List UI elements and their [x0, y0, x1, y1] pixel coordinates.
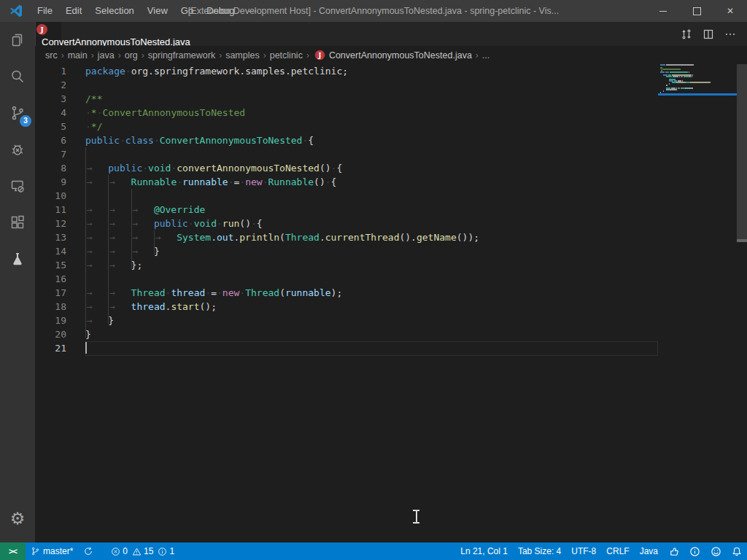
line-number: 4: [35, 106, 82, 120]
activity-source-control[interactable]: 3: [0, 95, 35, 131]
activity-debug[interactable]: [0, 131, 35, 168]
code-token: *: [91, 107, 97, 118]
menu-go[interactable]: Go: [174, 0, 200, 22]
git-branch-status[interactable]: master*: [26, 542, 78, 560]
sync-status[interactable]: [78, 542, 101, 560]
encoding-status[interactable]: UTF-8: [566, 542, 601, 560]
space-whitespace: ·: [205, 287, 211, 298]
breadcrumb-item[interactable]: main: [68, 50, 88, 61]
menu-debug[interactable]: Debug: [200, 0, 241, 22]
breadcrumb-item[interactable]: org: [125, 50, 138, 61]
problems-status[interactable]: 0 15 1: [101, 542, 179, 560]
code-token: =: [211, 287, 217, 298]
breadcrumb-overflow[interactable]: ...: [482, 50, 489, 61]
code-line[interactable]: }: [85, 327, 659, 341]
sync-icon: [83, 546, 93, 556]
eol-status[interactable]: CRLF: [601, 542, 634, 560]
minimize-button[interactable]: [646, 0, 680, 22]
code-line[interactable]: [85, 147, 659, 161]
code-line[interactable]: [85, 341, 659, 355]
maximize-button[interactable]: [680, 0, 713, 22]
code-token: thread: [131, 301, 166, 312]
open-changes-button[interactable]: [676, 25, 697, 44]
code-line[interactable]: →→→public·void·run()·{: [85, 217, 659, 230]
activity-remote-explorer[interactable]: [0, 168, 35, 204]
cursor-position-status[interactable]: Ln 21, Col 1: [455, 542, 513, 560]
info-icon: [158, 547, 167, 556]
code-token: Thread: [285, 232, 320, 243]
code-editor[interactable]: 123456789101112131415161718192021 packag…: [35, 64, 747, 542]
activity-extensions[interactable]: [0, 204, 35, 241]
line-number-gutter: 123456789101112131415161718192021: [35, 64, 82, 355]
java-status-info[interactable]: [684, 542, 705, 560]
more-actions-button[interactable]: [719, 25, 741, 44]
remote-indicator[interactable]: ><: [0, 542, 26, 560]
vertical-scrollbar[interactable]: [737, 64, 747, 542]
line-number: 21: [35, 341, 82, 355]
breadcrumb-file[interactable]: ConvertAnnonymousToNested.java: [329, 50, 472, 61]
breadcrumb-item[interactable]: springframework: [148, 50, 215, 61]
split-editor-button[interactable]: [697, 25, 719, 44]
scrollbar-slider[interactable]: [737, 64, 747, 239]
menu-file[interactable]: File: [31, 0, 59, 22]
code-line[interactable]: ·*·ConvertAnnonymousToNested: [85, 106, 659, 120]
code-line[interactable]: package·org.springframework.samples.petc…: [85, 64, 659, 78]
code-line[interactable]: [85, 272, 659, 286]
code-line[interactable]: →→};: [85, 258, 659, 272]
chevron-right-icon: ›: [476, 50, 479, 61]
code-token: start: [171, 301, 199, 312]
menu-edit[interactable]: Edit: [59, 0, 88, 22]
code-line[interactable]: [85, 189, 659, 203]
java-server-status[interactable]: [663, 542, 684, 560]
code-line[interactable]: →→thread.start();: [85, 300, 659, 314]
thumbsup-icon: [668, 546, 679, 557]
breadcrumb-item[interactable]: src: [45, 50, 58, 61]
indentation-status[interactable]: Tab Size: 4: [513, 542, 566, 560]
line-number: 1: [35, 64, 82, 78]
tab-active-file[interactable]: J ConvertAnnonymousToNested.java ✕: [35, 22, 61, 46]
notifications-bell-icon: [732, 546, 742, 557]
breadcrumb-item[interactable]: java: [98, 50, 115, 61]
code-line[interactable]: →→→→System.out.println(Thread.currentThr…: [85, 230, 659, 244]
space-whitespace: ·: [125, 66, 131, 77]
close-button[interactable]: ✕: [713, 0, 747, 22]
error-icon: [111, 547, 120, 556]
code-line[interactable]: public·class·ConvertAnnonymousToNested·{: [85, 133, 659, 147]
code-lines[interactable]: package·org.springframework.samples.petc…: [85, 64, 659, 355]
code-token: {: [336, 163, 342, 174]
code-token: (): [239, 218, 251, 229]
space-whitespace: ·: [251, 218, 257, 229]
java-file-icon: J: [36, 24, 47, 35]
feedback[interactable]: [705, 542, 727, 560]
breadcrumb-item[interactable]: samples: [225, 50, 260, 61]
menu-selection[interactable]: Selection: [88, 0, 140, 22]
window-controls: ✕: [646, 0, 747, 22]
code-line[interactable]: →public·void·convertAnnonymousToNested()…: [85, 161, 659, 175]
activity-explorer[interactable]: [0, 22, 35, 58]
code-line[interactable]: [85, 78, 659, 92]
minimap[interactable]: [660, 64, 737, 542]
breadcrumb-item[interactable]: petclinic: [270, 50, 303, 61]
code-token: Runnable: [131, 176, 177, 187]
line-number: 17: [35, 286, 82, 300]
activity-settings[interactable]: ⚙: [0, 500, 35, 537]
test-flask-icon: [9, 250, 26, 268]
title-bar: File Edit Selection View Go Debug ··· [E…: [0, 0, 747, 22]
code-line[interactable]: ·*/: [85, 120, 659, 133]
code-line[interactable]: →→→@Override: [85, 203, 659, 217]
code-line[interactable]: →→Runnable·runnable·=·new·Runnable()·{: [85, 175, 659, 189]
git-branch-icon: [31, 546, 40, 556]
language-mode-status[interactable]: Java: [635, 542, 663, 560]
code-line[interactable]: /**: [85, 92, 659, 106]
line-number: 3: [35, 92, 82, 106]
notifications[interactable]: [727, 542, 747, 560]
menu-view[interactable]: View: [141, 0, 174, 22]
activity-search[interactable]: [0, 58, 35, 95]
space-whitespace: ·: [85, 121, 91, 132]
menu-overflow[interactable]: ···: [241, 0, 263, 22]
code-line[interactable]: →→Thread·thread·=·new·Thread(runnable);: [85, 286, 659, 300]
chevron-right-icon: ›: [91, 50, 94, 61]
code-token: (): [314, 176, 325, 187]
activity-test-explorer[interactable]: [0, 241, 35, 277]
code-line[interactable]: →}: [85, 314, 659, 327]
